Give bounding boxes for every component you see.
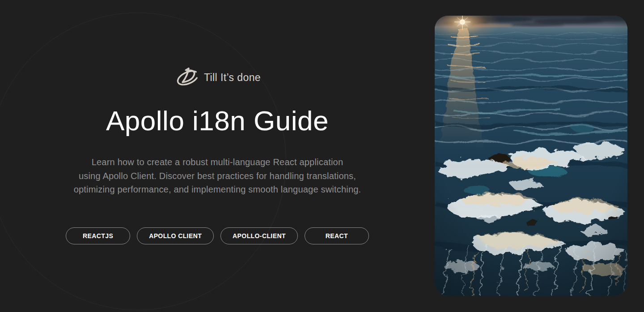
- page: { "theme": { "background": "#201f1f", "t…: [0, 0, 644, 312]
- tag-list: REACTJS APOLLO CLIENT APOLLO-CLIENT REAC…: [0, 227, 435, 244]
- ocean-waves-illustration: [435, 16, 627, 296]
- hero-description: Learn how to create a robust multi-langu…: [0, 155, 435, 197]
- logo: Till It’s done: [174, 65, 261, 90]
- hero-description-line: optimizing performance, and implementing…: [0, 183, 435, 197]
- logo-text: Till It’s done: [204, 72, 261, 84]
- tag-apollo-client[interactable]: APOLLO CLIENT: [137, 227, 214, 244]
- till-its-done-logo-icon: [174, 65, 200, 90]
- hero-content: Till It’s done Apollo i18n Guide Learn h…: [0, 0, 435, 312]
- page-title: Apollo i18n Guide: [0, 105, 435, 137]
- tag-react[interactable]: REACT: [305, 227, 369, 244]
- article-cover-image: [435, 16, 627, 296]
- hero-description-line: Learn how to create a robust multi-langu…: [0, 155, 435, 169]
- tag-apollo-client-dashed[interactable]: APOLLO-CLIENT: [220, 227, 298, 244]
- tag-reactjs[interactable]: REACTJS: [66, 227, 130, 244]
- hero-description-line: using Apollo Client. Discover best pract…: [0, 169, 435, 183]
